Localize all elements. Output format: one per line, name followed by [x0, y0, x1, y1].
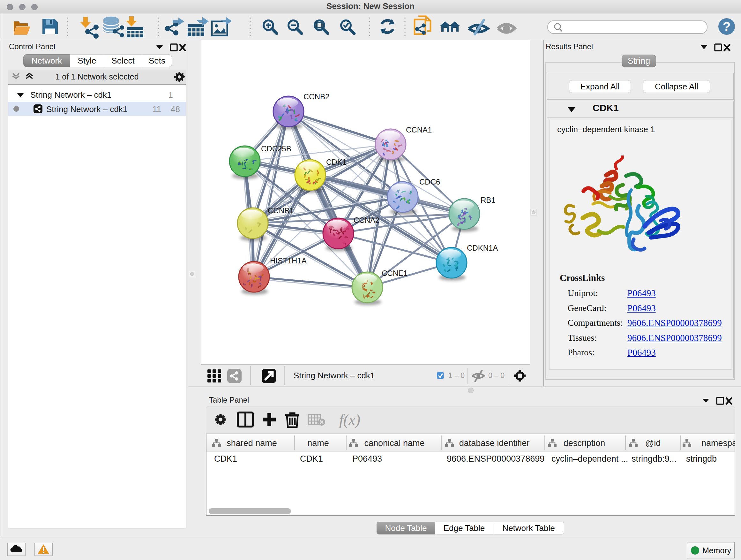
svg-text:CDC25B: CDC25B	[261, 144, 291, 153]
svg-text:String Network – cdk1: String Network – cdk1	[293, 371, 375, 380]
svg-text:shared name: shared name	[226, 438, 277, 448]
svg-text:CDKN1A: CDKN1A	[467, 244, 498, 252]
svg-text:description: description	[563, 438, 605, 448]
svg-text:@id: @id	[645, 438, 661, 448]
svg-text:name: name	[307, 438, 329, 448]
svg-text:0 – 0: 0 – 0	[488, 371, 504, 380]
svg-text:CCNA1: CCNA1	[406, 125, 432, 134]
svg-text:database identifier: database identifier	[459, 438, 530, 448]
svg-text:RB1: RB1	[481, 196, 495, 204]
svg-text:?: ?	[723, 19, 731, 34]
svg-text:f(x): f(x)	[339, 411, 360, 428]
svg-text:canonical name: canonical name	[364, 438, 424, 448]
svg-text:CCNB2: CCNB2	[304, 92, 329, 101]
svg-text:namespac: namespac	[701, 438, 735, 448]
svg-text:CDK1: CDK1	[326, 158, 347, 166]
svg-text:CDC6: CDC6	[419, 178, 440, 186]
svg-text:CCNE1: CCNE1	[382, 269, 408, 277]
svg-text:CCNA2: CCNA2	[354, 216, 380, 225]
svg-text:CCNB1: CCNB1	[268, 206, 293, 215]
svg-text:1 – 0: 1 – 0	[448, 371, 465, 380]
svg-text:HIST1H1A: HIST1H1A	[270, 256, 307, 265]
